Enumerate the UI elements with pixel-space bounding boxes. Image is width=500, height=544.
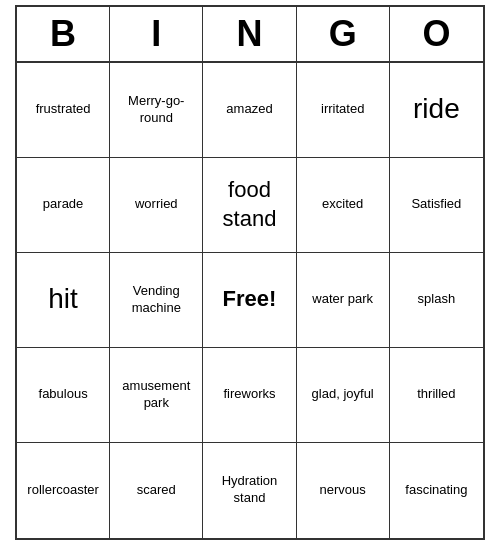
header-letter: O xyxy=(390,7,483,61)
bingo-cell: worried xyxy=(110,158,203,253)
bingo-grid: frustratedMerry-go-roundamazedirritatedr… xyxy=(17,63,483,538)
bingo-cell: frustrated xyxy=(17,63,110,158)
bingo-cell: Satisfied xyxy=(390,158,483,253)
bingo-cell: amazed xyxy=(203,63,296,158)
bingo-cell: food stand xyxy=(203,158,296,253)
bingo-cell: parade xyxy=(17,158,110,253)
bingo-cell: scared xyxy=(110,443,203,538)
bingo-cell: excited xyxy=(297,158,390,253)
header-letter: G xyxy=(297,7,390,61)
header-letter: B xyxy=(17,7,110,61)
bingo-cell: irritated xyxy=(297,63,390,158)
bingo-cell: Hydration stand xyxy=(203,443,296,538)
bingo-cell: ride xyxy=(390,63,483,158)
bingo-cell: hit xyxy=(17,253,110,348)
bingo-cell: glad, joyful xyxy=(297,348,390,443)
bingo-cell: Vending machine xyxy=(110,253,203,348)
bingo-header: BINGO xyxy=(17,7,483,63)
bingo-cell: Free! xyxy=(203,253,296,348)
bingo-cell: amusement park xyxy=(110,348,203,443)
bingo-cell: water park xyxy=(297,253,390,348)
header-letter: N xyxy=(203,7,296,61)
bingo-cell: rollercoaster xyxy=(17,443,110,538)
bingo-cell: fireworks xyxy=(203,348,296,443)
bingo-cell: nervous xyxy=(297,443,390,538)
bingo-cell: splash xyxy=(390,253,483,348)
bingo-cell: Merry-go-round xyxy=(110,63,203,158)
header-letter: I xyxy=(110,7,203,61)
bingo-cell: fabulous xyxy=(17,348,110,443)
bingo-cell: fascinating xyxy=(390,443,483,538)
bingo-cell: thrilled xyxy=(390,348,483,443)
bingo-card: BINGO frustratedMerry-go-roundamazedirri… xyxy=(15,5,485,540)
